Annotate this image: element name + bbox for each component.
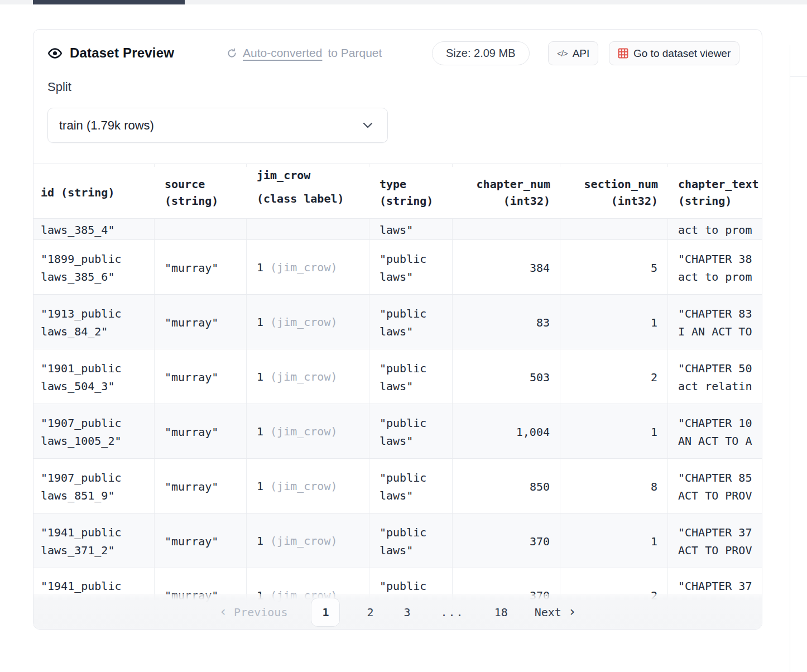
cell-id: laws_385_4" — [41, 221, 147, 239]
table-row: "1899_publiclaws_385_6" "murray" 1(jim_c… — [33, 240, 762, 295]
auto-converted-note: Auto-converted to Parquet — [227, 46, 382, 60]
cell-type: "publiclaws" — [369, 513, 453, 568]
cell-chapter-num: 1,004 — [453, 404, 560, 458]
previous-label: Previous — [234, 606, 287, 619]
table-header-row: id (string) source(string) jim_crow(clas… — [33, 167, 762, 219]
chevron-down-icon — [363, 122, 373, 128]
cell-section-num: 1 — [560, 404, 668, 458]
page: Dataset Preview Auto-converted to Parque… — [0, 0, 807, 672]
cell-type: "publiclaws" — [369, 240, 453, 294]
cell-chapter-num: 83 — [453, 295, 560, 349]
page-ellipsis: ... — [438, 603, 468, 621]
next-page-button[interactable]: Next › — [535, 606, 577, 619]
column-header-section-num[interactable]: section_num(int32) — [560, 167, 668, 218]
cell-jim-crow: 1(jim_crow) — [247, 459, 369, 513]
cell-chapter-num: 503 — [453, 349, 560, 404]
cell-type: "publiclaws" — [369, 295, 453, 349]
chevron-right-icon: › — [568, 605, 576, 618]
cell-id: "1907_publiclaws_1005_2" — [33, 404, 155, 458]
chevron-left-icon: ‹ — [219, 605, 227, 618]
cell-type: "publiclaws" — [369, 404, 453, 458]
top-scroll-thumb[interactable] — [33, 0, 185, 4]
next-label: Next — [535, 606, 561, 619]
cell-id: "1901_publiclaws_504_3" — [33, 349, 155, 404]
cell-section-num: 1 — [560, 295, 668, 349]
go-to-dataset-viewer-button[interactable]: Go to dataset viewer — [609, 41, 739, 65]
cell-section-num: 2 — [560, 349, 668, 404]
previous-page-button[interactable]: ‹ Previous — [219, 606, 288, 619]
page-button-18[interactable]: 18 — [491, 603, 511, 621]
top-scroll-track — [0, 0, 807, 4]
cell-id: "1941_publiclaws_371_2" — [33, 513, 155, 568]
cell-jim-crow: 1(jim_crow) — [247, 349, 369, 404]
cell-id: "1913_publiclaws_84_2" — [33, 295, 155, 349]
right-panel-border — [790, 45, 807, 672]
column-header-chapter-text[interactable]: chapter_text(string) — [668, 167, 762, 218]
right-panel-top-border — [790, 76, 807, 77]
column-header-type[interactable]: type(string) — [369, 167, 453, 218]
cell-source: "murray" — [155, 349, 247, 404]
column-header-source[interactable]: source(string) — [155, 167, 247, 218]
data-table: id (string) source(string) jim_crow(clas… — [33, 164, 762, 630]
page-button-1-current[interactable]: 1 — [311, 598, 340, 627]
card-header: Dataset Preview Auto-converted to Parque… — [33, 30, 762, 76]
auto-converted-suffix: to Parquet — [328, 46, 382, 60]
cell-chapter-text: "CHAPTER 83I AN ACT TO — [668, 295, 762, 349]
cell-chapter-num: 370 — [453, 513, 560, 568]
cell-type: laws" — [380, 221, 442, 239]
table-row: "1907_publiclaws_851_9" "murray" 1(jim_c… — [33, 459, 762, 513]
page-title: Dataset Preview — [70, 45, 174, 61]
cell-chapter-text: "CHAPTER 37ACT TO PROV — [668, 513, 762, 568]
cell-source: "murray" — [155, 404, 247, 458]
api-button-label: API — [573, 47, 590, 60]
cell-source: "murray" — [155, 240, 247, 294]
cell-chapter-text: "CHAPTER 38act to prom — [668, 240, 762, 294]
table-row-partial-top: laws_385_4" laws" act to prom — [33, 219, 762, 240]
dataset-preview-card: Dataset Preview Auto-converted to Parque… — [33, 29, 762, 630]
cell-type: "publiclaws" — [369, 459, 453, 513]
split-selected-value: train (1.79k rows) — [59, 118, 154, 133]
cell-chapter-num: 850 — [453, 459, 560, 513]
pagination-bar: ‹ Previous 1 2 3 ... 18 Next › — [33, 594, 762, 630]
split-select[interactable]: train (1.79k rows) — [47, 108, 388, 143]
cell-type: "publiclaws" — [369, 349, 453, 404]
table-row: "1941_publiclaws_371_2" "murray" 1(jim_c… — [33, 513, 762, 568]
title-wrap: Dataset Preview — [47, 45, 174, 61]
cell-chapter-text: "CHAPTER 50act relatin — [668, 349, 762, 404]
cell-chapter-num: 384 — [453, 240, 560, 294]
cell-source: "murray" — [155, 459, 247, 513]
viewer-button-label: Go to dataset viewer — [633, 47, 731, 60]
column-header-id[interactable]: id (string) — [33, 167, 155, 218]
table-grid-icon — [618, 48, 628, 59]
cell-source: "murray" — [155, 295, 247, 349]
cell-jim-crow: 1(jim_crow) — [247, 240, 369, 294]
cell-jim-crow: 1(jim_crow) — [247, 295, 369, 349]
cell-jim-crow: 1(jim_crow) — [247, 513, 369, 568]
column-header-jim-crow[interactable]: jim_crow(class label) — [247, 167, 369, 218]
code-icon: </> — [557, 49, 568, 58]
cell-chapter-text: "CHAPTER 10AN ACT TO A — [668, 404, 762, 458]
cell-section-num: 1 — [560, 513, 668, 568]
cell-chapter-text: act to prom — [678, 221, 762, 239]
eye-icon — [47, 46, 63, 61]
split-label: Split — [47, 80, 71, 94]
cell-id: "1907_publiclaws_851_9" — [33, 459, 155, 513]
table-row: "1901_publiclaws_504_3" "murray" 1(jim_c… — [33, 349, 762, 404]
table-row: "1913_publiclaws_84_2" "murray" 1(jim_cr… — [33, 295, 762, 349]
cell-source: "murray" — [155, 513, 247, 568]
page-button-3[interactable]: 3 — [400, 603, 414, 621]
size-badge: Size: 2.09 MB — [432, 41, 530, 65]
table-row: "1907_publiclaws_1005_2" "murray" 1(jim_… — [33, 404, 762, 459]
page-button-2[interactable]: 2 — [363, 603, 377, 621]
cell-chapter-text: "CHAPTER 85ACT TO PROV — [668, 459, 762, 513]
auto-converted-link[interactable]: Auto-converted — [243, 46, 322, 60]
cell-id: "1899_publiclaws_385_6" — [33, 240, 155, 294]
refresh-icon — [227, 48, 237, 59]
api-button[interactable]: </> API — [548, 41, 598, 65]
cell-section-num: 5 — [560, 240, 668, 294]
cell-section-num: 8 — [560, 459, 668, 513]
column-header-chapter-num[interactable]: chapter_num(int32) — [453, 167, 560, 218]
cell-jim-crow: 1(jim_crow) — [247, 404, 369, 458]
